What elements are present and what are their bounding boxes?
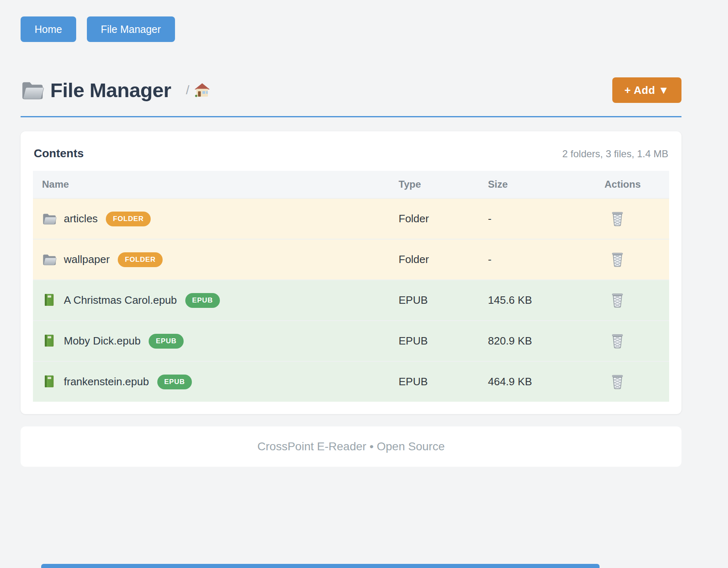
delete-button[interactable] bbox=[610, 252, 625, 267]
header-divider bbox=[21, 116, 681, 117]
file-name-cell[interactable]: articles FOLDER bbox=[33, 212, 399, 226]
table-row[interactable]: frankenstein.epub EPUB EPUB 464.9 KB bbox=[33, 361, 669, 402]
column-header-actions: Actions bbox=[604, 179, 669, 190]
trash-icon bbox=[610, 293, 625, 308]
folder-icon bbox=[42, 212, 57, 226]
actions-cell bbox=[604, 211, 669, 226]
file-size: - bbox=[488, 212, 604, 225]
page-header: File Manager / + Add ▼ bbox=[21, 77, 681, 103]
file-table: Name Type Size Actions articles FOLDER F… bbox=[33, 171, 669, 402]
table-row[interactable]: Moby Dick.epub EPUB EPUB 820.9 KB bbox=[33, 320, 669, 361]
file-type: EPUB bbox=[399, 335, 488, 347]
table-body: articles FOLDER Folder - wallpaper FOLDE… bbox=[33, 198, 669, 402]
nav-file-manager-button[interactable]: File Manager bbox=[87, 16, 175, 42]
footer: CrossPoint E-Reader • Open Source bbox=[21, 426, 681, 467]
file-type-badge: FOLDER bbox=[118, 252, 163, 267]
file-name-cell[interactable]: A Christmas Carol.epub EPUB bbox=[33, 293, 399, 308]
page-title: File Manager bbox=[50, 79, 171, 102]
top-navigation: Home File Manager bbox=[21, 16, 681, 42]
file-type: Folder bbox=[399, 212, 488, 225]
table-row[interactable]: wallpaper FOLDER Folder - bbox=[33, 239, 669, 279]
book-icon bbox=[42, 293, 57, 307]
actions-cell bbox=[604, 374, 669, 389]
table-row[interactable]: A Christmas Carol.epub EPUB EPUB 145.6 K… bbox=[33, 279, 669, 320]
file-type-badge: EPUB bbox=[157, 375, 192, 389]
column-header-type: Type bbox=[399, 179, 488, 190]
folder-icon bbox=[21, 80, 44, 100]
file-size: 464.9 KB bbox=[488, 375, 604, 388]
delete-button[interactable] bbox=[610, 374, 625, 389]
file-name: articles bbox=[64, 212, 98, 225]
column-header-size: Size bbox=[488, 179, 604, 190]
folder-icon bbox=[42, 253, 57, 266]
delete-button[interactable] bbox=[610, 333, 625, 349]
breadcrumb-separator: / bbox=[186, 83, 189, 97]
file-name-cell[interactable]: frankenstein.epub EPUB bbox=[33, 375, 399, 389]
file-type: Folder bbox=[399, 253, 488, 266]
file-type: EPUB bbox=[399, 375, 488, 388]
file-type-badge: EPUB bbox=[185, 293, 220, 308]
actions-cell bbox=[604, 293, 669, 308]
title-group: File Manager / bbox=[21, 79, 210, 102]
contents-card: Contents 2 folders, 3 files, 1.4 MB Name… bbox=[21, 131, 681, 414]
contents-card-header: Contents 2 folders, 3 files, 1.4 MB bbox=[33, 144, 669, 171]
trash-icon bbox=[610, 333, 625, 349]
table-header-row: Name Type Size Actions bbox=[33, 171, 669, 198]
home-breadcrumb-icon[interactable] bbox=[194, 82, 210, 98]
delete-button[interactable] bbox=[610, 211, 625, 226]
file-name-cell[interactable]: wallpaper FOLDER bbox=[33, 252, 399, 267]
file-type-badge: EPUB bbox=[149, 334, 183, 349]
book-icon bbox=[42, 375, 57, 389]
contents-title: Contents bbox=[34, 147, 84, 160]
file-name: Moby Dick.epub bbox=[64, 335, 140, 347]
trash-icon bbox=[610, 252, 625, 267]
file-name: wallpaper bbox=[64, 253, 110, 266]
contents-summary: 2 folders, 3 files, 1.4 MB bbox=[562, 148, 668, 160]
actions-cell bbox=[604, 333, 669, 349]
delete-button[interactable] bbox=[610, 293, 625, 308]
file-name: frankenstein.epub bbox=[64, 375, 149, 388]
trash-icon bbox=[610, 374, 625, 389]
trash-icon bbox=[610, 211, 625, 226]
file-size: 145.6 KB bbox=[488, 294, 604, 307]
file-size: 820.9 KB bbox=[488, 335, 604, 347]
column-header-name: Name bbox=[33, 179, 399, 190]
file-name-cell[interactable]: Moby Dick.epub EPUB bbox=[33, 334, 399, 349]
actions-cell bbox=[604, 252, 669, 267]
file-type: EPUB bbox=[399, 294, 488, 307]
file-name: A Christmas Carol.epub bbox=[64, 294, 177, 307]
file-manager-page: Home File Manager File Manager / + Add ▼… bbox=[0, 0, 728, 568]
nav-home-button[interactable]: Home bbox=[21, 16, 76, 42]
file-size: - bbox=[488, 253, 604, 266]
file-type-badge: FOLDER bbox=[106, 212, 151, 226]
partial-bottom-element bbox=[41, 564, 600, 568]
table-row[interactable]: articles FOLDER Folder - bbox=[33, 198, 669, 239]
add-button[interactable]: + Add ▼ bbox=[612, 77, 681, 103]
footer-text: CrossPoint E-Reader • Open Source bbox=[257, 440, 445, 453]
book-icon bbox=[42, 334, 57, 348]
